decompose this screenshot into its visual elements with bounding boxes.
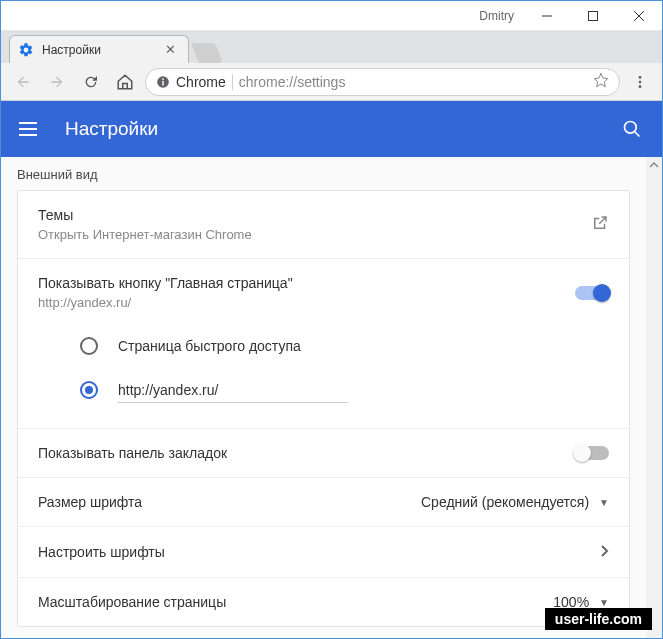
svg-point-5 [162, 78, 164, 80]
row-themes[interactable]: Темы Открыть Интернет-магазин Chrome [18, 191, 629, 259]
home-icon [116, 73, 134, 91]
window-titlebar: Dmitry [1, 1, 662, 31]
svg-rect-1 [589, 11, 598, 20]
home-button-title: Показывать кнопку "Главная страница" [38, 275, 575, 291]
page-zoom-title: Масштабирование страницы [38, 594, 553, 610]
omnibox-separator [232, 74, 233, 90]
svg-point-10 [625, 122, 637, 134]
search-icon [622, 119, 642, 139]
tab-strip: Настройки ✕ [1, 31, 662, 63]
site-info-icon[interactable] [156, 75, 170, 89]
tab-title: Настройки [42, 43, 161, 57]
row-home-button: Показывать кнопку "Главная страница" htt… [18, 259, 629, 318]
hamburger-icon [19, 122, 37, 124]
arrow-right-icon [49, 74, 65, 90]
minimize-icon [542, 11, 552, 21]
svg-point-9 [639, 85, 642, 88]
omnibox-scheme: Chrome [176, 74, 226, 90]
home-button[interactable] [111, 68, 139, 96]
chevron-down-icon: ▼ [599, 497, 609, 508]
reload-button[interactable] [77, 68, 105, 96]
back-button[interactable] [9, 68, 37, 96]
settings-search-button[interactable] [620, 117, 644, 141]
tab-settings[interactable]: Настройки ✕ [9, 35, 189, 63]
bookmarks-bar-toggle[interactable] [575, 446, 609, 460]
watermark: user-life.com [545, 608, 652, 630]
chevron-up-icon [649, 160, 659, 170]
close-icon [634, 11, 644, 21]
svg-point-8 [639, 80, 642, 83]
window-controls [524, 1, 662, 31]
row-font-size: Размер шрифта Средний (рекомендуется) ▼ [18, 478, 629, 527]
arrow-left-icon [15, 74, 31, 90]
new-tab-button[interactable] [191, 43, 222, 63]
browser-toolbar: Chrome chrome://settings [1, 63, 662, 101]
bookmark-star-button[interactable] [593, 72, 609, 92]
row-bookmarks-bar: Показывать панель закладок [18, 429, 629, 478]
home-url-input[interactable] [118, 378, 348, 403]
forward-button[interactable] [43, 68, 71, 96]
window-minimize-button[interactable] [524, 1, 570, 31]
window-maximize-button[interactable] [570, 1, 616, 31]
radio-icon [80, 337, 98, 355]
settings-header: Настройки [1, 101, 662, 157]
tab-close-button[interactable]: ✕ [161, 41, 180, 58]
radio-icon [80, 381, 98, 399]
scrollbar-track[interactable] [646, 157, 662, 638]
customize-fonts-title: Настроить шрифты [38, 544, 601, 560]
radio-quick-access[interactable]: Страница быстрого доступа [80, 324, 609, 368]
home-page-radio-group: Страница быстрого доступа [18, 318, 629, 429]
radio-quick-access-label: Страница быстрого доступа [118, 338, 301, 354]
font-size-value: Средний (рекомендуется) [421, 494, 589, 510]
chevron-right-icon [601, 543, 609, 561]
gear-icon [18, 42, 34, 58]
open-in-new-icon [591, 214, 609, 232]
bookmarks-bar-title: Показывать панель закладок [38, 445, 575, 461]
omnibox-url: chrome://settings [239, 74, 587, 90]
appearance-card: Темы Открыть Интернет-магазин Chrome Пок… [17, 190, 630, 627]
window-user-label: Dmitry [479, 9, 514, 23]
toggle-knob [573, 444, 591, 462]
browser-window: Dmitry Настройки ✕ [0, 0, 663, 639]
window-close-button[interactable] [616, 1, 662, 31]
section-appearance-label: Внешний вид [1, 157, 646, 190]
scrollbar-up-button[interactable] [646, 157, 662, 173]
row-page-zoom: Масштабирование страницы 100% ▼ [18, 578, 629, 626]
svg-line-11 [635, 132, 640, 137]
toggle-knob [593, 284, 611, 302]
themes-subtitle: Открыть Интернет-магазин Chrome [38, 227, 591, 242]
row-customize-fonts[interactable]: Настроить шрифты [18, 527, 629, 578]
browser-menu-button[interactable] [626, 68, 654, 96]
svg-point-7 [639, 76, 642, 79]
settings-menu-button[interactable] [19, 117, 43, 141]
address-bar[interactable]: Chrome chrome://settings [145, 68, 620, 96]
maximize-icon [588, 11, 598, 21]
svg-rect-6 [162, 80, 163, 85]
font-size-dropdown[interactable]: Средний (рекомендуется) ▼ [421, 494, 609, 510]
radio-custom-url[interactable] [80, 368, 609, 412]
more-vert-icon [632, 74, 648, 90]
font-size-title: Размер шрифта [38, 494, 421, 510]
home-button-toggle[interactable] [575, 286, 609, 300]
settings-content: Внешний вид Темы Открыть Интернет-магази… [1, 157, 662, 638]
reload-icon [83, 74, 99, 90]
star-icon [593, 72, 609, 88]
themes-title: Темы [38, 207, 591, 223]
home-button-subtitle: http://yandex.ru/ [38, 295, 575, 310]
settings-title: Настройки [65, 118, 620, 140]
open-external-button[interactable] [591, 214, 609, 236]
chevron-down-icon: ▼ [599, 597, 609, 608]
